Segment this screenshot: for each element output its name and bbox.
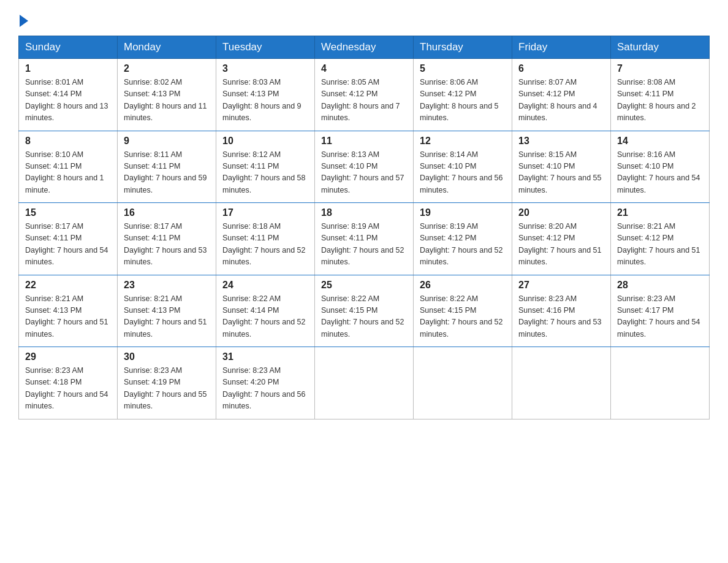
logo — [18, 12, 28, 25]
day-number: 10 — [222, 136, 308, 147]
calendar-cell: 28 Sunrise: 8:23 AMSunset: 4:17 PMDaylig… — [611, 275, 710, 347]
calendar-cell: 30 Sunrise: 8:23 AMSunset: 4:19 PMDaylig… — [118, 347, 216, 419]
calendar-cell: 15 Sunrise: 8:17 AMSunset: 4:11 PMDaylig… — [19, 203, 118, 275]
day-header-saturday: Saturday — [611, 36, 710, 59]
calendar-cell: 12 Sunrise: 8:14 AMSunset: 4:10 PMDaylig… — [414, 131, 512, 203]
calendar-cell: 7 Sunrise: 8:08 AMSunset: 4:11 PMDayligh… — [611, 59, 710, 131]
day-info: Sunrise: 8:16 AMSunset: 4:10 PMDaylight:… — [617, 150, 700, 194]
calendar-table: SundayMondayTuesdayWednesdayThursdayFrid… — [18, 36, 710, 419]
day-number: 12 — [420, 136, 506, 147]
day-number: 11 — [321, 136, 407, 147]
day-info: Sunrise: 8:10 AMSunset: 4:11 PMDaylight:… — [25, 150, 104, 194]
day-info: Sunrise: 8:19 AMSunset: 4:11 PMDaylight:… — [321, 222, 404, 266]
day-info: Sunrise: 8:17 AMSunset: 4:11 PMDaylight:… — [124, 222, 207, 266]
day-info: Sunrise: 8:23 AMSunset: 4:18 PMDaylight:… — [25, 366, 108, 410]
calendar-week-row: 29 Sunrise: 8:23 AMSunset: 4:18 PMDaylig… — [19, 347, 710, 419]
calendar-week-row: 15 Sunrise: 8:17 AMSunset: 4:11 PMDaylig… — [19, 203, 710, 275]
day-number: 19 — [420, 207, 506, 218]
day-info: Sunrise: 8:22 AMSunset: 4:14 PMDaylight:… — [222, 294, 306, 339]
calendar-cell: 9 Sunrise: 8:11 AMSunset: 4:11 PMDayligh… — [118, 131, 216, 203]
calendar-cell — [611, 347, 710, 419]
calendar-cell: 13 Sunrise: 8:15 AMSunset: 4:10 PMDaylig… — [512, 131, 611, 203]
calendar-cell: 4 Sunrise: 8:05 AMSunset: 4:12 PMDayligh… — [315, 59, 414, 131]
day-header-friday: Friday — [512, 36, 611, 59]
calendar-cell: 1 Sunrise: 8:01 AMSunset: 4:14 PMDayligh… — [19, 59, 118, 131]
day-info: Sunrise: 8:15 AMSunset: 4:10 PMDaylight:… — [518, 150, 602, 194]
day-number: 24 — [222, 280, 308, 291]
calendar-cell: 17 Sunrise: 8:18 AMSunset: 4:11 PMDaylig… — [216, 203, 315, 275]
day-number: 9 — [124, 136, 210, 147]
day-number: 5 — [420, 63, 506, 74]
day-info: Sunrise: 8:08 AMSunset: 4:11 PMDaylight:… — [617, 78, 696, 122]
calendar-cell: 29 Sunrise: 8:23 AMSunset: 4:18 PMDaylig… — [19, 347, 118, 419]
calendar-cell: 22 Sunrise: 8:21 AMSunset: 4:13 PMDaylig… — [19, 275, 118, 347]
calendar-week-row: 22 Sunrise: 8:21 AMSunset: 4:13 PMDaylig… — [19, 275, 710, 347]
calendar-cell: 27 Sunrise: 8:23 AMSunset: 4:16 PMDaylig… — [512, 275, 611, 347]
day-info: Sunrise: 8:18 AMSunset: 4:11 PMDaylight:… — [222, 222, 306, 266]
calendar-cell: 8 Sunrise: 8:10 AMSunset: 4:11 PMDayligh… — [19, 131, 118, 203]
day-number: 4 — [321, 63, 407, 74]
day-info: Sunrise: 8:22 AMSunset: 4:15 PMDaylight:… — [321, 294, 404, 339]
day-number: 15 — [25, 207, 111, 218]
calendar-cell: 6 Sunrise: 8:07 AMSunset: 4:12 PMDayligh… — [512, 59, 611, 131]
day-info: Sunrise: 8:21 AMSunset: 4:12 PMDaylight:… — [617, 222, 700, 266]
day-number: 16 — [124, 207, 210, 218]
day-info: Sunrise: 8:19 AMSunset: 4:12 PMDaylight:… — [420, 222, 503, 266]
header — [18, 12, 710, 25]
day-number: 2 — [124, 63, 210, 74]
calendar-cell — [512, 347, 611, 419]
day-info: Sunrise: 8:01 AMSunset: 4:14 PMDaylight:… — [25, 78, 108, 122]
day-number: 23 — [124, 280, 210, 291]
day-number: 13 — [518, 136, 604, 147]
day-number: 29 — [25, 351, 111, 362]
calendar-cell: 21 Sunrise: 8:21 AMSunset: 4:12 PMDaylig… — [611, 203, 710, 275]
day-info: Sunrise: 8:23 AMSunset: 4:19 PMDaylight:… — [124, 366, 207, 410]
calendar-cell: 31 Sunrise: 8:23 AMSunset: 4:20 PMDaylig… — [216, 347, 315, 419]
day-header-wednesday: Wednesday — [315, 36, 414, 59]
day-number: 30 — [124, 351, 210, 362]
day-number: 3 — [222, 63, 308, 74]
day-header-tuesday: Tuesday — [216, 36, 315, 59]
calendar-header-row: SundayMondayTuesdayWednesdayThursdayFrid… — [19, 36, 710, 59]
calendar-cell: 20 Sunrise: 8:20 AMSunset: 4:12 PMDaylig… — [512, 203, 611, 275]
day-number: 8 — [25, 136, 111, 147]
calendar-cell: 5 Sunrise: 8:06 AMSunset: 4:12 PMDayligh… — [414, 59, 512, 131]
day-info: Sunrise: 8:23 AMSunset: 4:20 PMDaylight:… — [222, 366, 306, 410]
day-info: Sunrise: 8:13 AMSunset: 4:10 PMDaylight:… — [321, 150, 404, 194]
day-number: 20 — [518, 207, 604, 218]
day-header-thursday: Thursday — [414, 36, 512, 59]
day-info: Sunrise: 8:11 AMSunset: 4:11 PMDaylight:… — [124, 150, 207, 194]
day-number: 31 — [222, 351, 308, 362]
day-number: 7 — [617, 63, 703, 74]
day-header-monday: Monday — [118, 36, 216, 59]
day-info: Sunrise: 8:21 AMSunset: 4:13 PMDaylight:… — [25, 294, 108, 339]
day-number: 6 — [518, 63, 604, 74]
day-info: Sunrise: 8:07 AMSunset: 4:12 PMDaylight:… — [518, 78, 597, 122]
calendar-cell: 25 Sunrise: 8:22 AMSunset: 4:15 PMDaylig… — [315, 275, 414, 347]
day-info: Sunrise: 8:03 AMSunset: 4:13 PMDaylight:… — [222, 78, 301, 122]
day-info: Sunrise: 8:23 AMSunset: 4:17 PMDaylight:… — [617, 294, 700, 339]
calendar-cell: 3 Sunrise: 8:03 AMSunset: 4:13 PMDayligh… — [216, 59, 315, 131]
day-number: 1 — [25, 63, 111, 74]
day-number: 17 — [222, 207, 308, 218]
day-info: Sunrise: 8:05 AMSunset: 4:12 PMDaylight:… — [321, 78, 400, 122]
calendar-cell: 18 Sunrise: 8:19 AMSunset: 4:11 PMDaylig… — [315, 203, 414, 275]
calendar-cell — [414, 347, 512, 419]
calendar-cell: 11 Sunrise: 8:13 AMSunset: 4:10 PMDaylig… — [315, 131, 414, 203]
day-info: Sunrise: 8:23 AMSunset: 4:16 PMDaylight:… — [518, 294, 602, 339]
day-number: 14 — [617, 136, 703, 147]
day-info: Sunrise: 8:22 AMSunset: 4:15 PMDaylight:… — [420, 294, 503, 339]
day-number: 27 — [518, 280, 604, 291]
day-info: Sunrise: 8:14 AMSunset: 4:10 PMDaylight:… — [420, 150, 503, 194]
calendar-cell: 19 Sunrise: 8:19 AMSunset: 4:12 PMDaylig… — [414, 203, 512, 275]
day-info: Sunrise: 8:17 AMSunset: 4:11 PMDaylight:… — [25, 222, 108, 266]
day-info: Sunrise: 8:20 AMSunset: 4:12 PMDaylight:… — [518, 222, 602, 266]
day-info: Sunrise: 8:02 AMSunset: 4:13 PMDaylight:… — [124, 78, 207, 122]
calendar-week-row: 1 Sunrise: 8:01 AMSunset: 4:14 PMDayligh… — [19, 59, 710, 131]
calendar-week-row: 8 Sunrise: 8:10 AMSunset: 4:11 PMDayligh… — [19, 131, 710, 203]
calendar-cell: 14 Sunrise: 8:16 AMSunset: 4:10 PMDaylig… — [611, 131, 710, 203]
day-number: 21 — [617, 207, 703, 218]
calendar-cell: 26 Sunrise: 8:22 AMSunset: 4:15 PMDaylig… — [414, 275, 512, 347]
calendar-cell: 23 Sunrise: 8:21 AMSunset: 4:13 PMDaylig… — [118, 275, 216, 347]
calendar-cell: 24 Sunrise: 8:22 AMSunset: 4:14 PMDaylig… — [216, 275, 315, 347]
